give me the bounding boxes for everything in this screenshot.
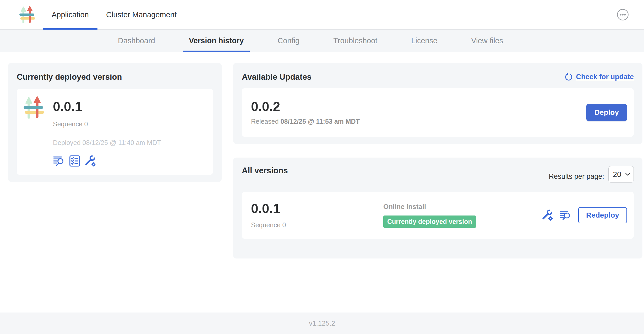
ellipsis-circle-icon: [617, 9, 629, 21]
version-row-actions: Redeploy: [542, 207, 627, 223]
refresh-icon: [565, 73, 573, 81]
logs-search-icon[interactable]: [53, 155, 65, 167]
deployed-sequence: Sequence 0: [53, 120, 161, 128]
all-versions-header: All versions Results per page: 20: [242, 166, 634, 183]
subnav-item-version-history[interactable]: Version history: [183, 30, 250, 52]
subnav-item-troubleshoot[interactable]: Troubleshoot: [327, 30, 383, 52]
released-date: 08/12/25 @ 11:53 am MDT: [281, 118, 360, 125]
version-row-status: Online Install Currently deployed versio…: [383, 203, 542, 228]
app-logo-icon: [19, 6, 37, 24]
results-per-page: Results per page: 20: [549, 166, 634, 183]
currently-deployed-card: Currently deployed version 0.0.1 Sequenc…: [8, 63, 222, 182]
all-versions-card: All versions Results per page: 20 0.0.: [233, 158, 642, 258]
app-subnav: Dashboard Version history Config Trouble…: [0, 30, 644, 52]
left-column: Currently deployed version 0.0.1 Sequenc…: [8, 63, 222, 182]
available-updates-card: Available Updates Check for update 0.0.2…: [233, 63, 642, 144]
version-row-info: 0.0.1 Sequence 0: [251, 202, 383, 229]
available-updates-title: Available Updates: [242, 72, 312, 82]
subnav-item-license[interactable]: License: [405, 30, 443, 52]
deployed-timestamp: Deployed 08/12/25 @ 11:40 am MDT: [53, 139, 161, 147]
check-for-update-label: Check for update: [576, 73, 634, 81]
update-version-number: 0.0.2: [251, 100, 360, 114]
chevron-down-icon: [625, 173, 630, 176]
app-logo-icon: [23, 96, 46, 119]
console-version: v1.125.2: [309, 319, 335, 327]
admin-console: Application Cluster Management Dashboard…: [0, 0, 644, 334]
deployed-version-panel: 0.0.1 Sequence 0 Deployed 08/12/25 @ 11:…: [17, 89, 213, 175]
available-updates-header: Available Updates Check for update: [242, 72, 634, 82]
deployed-version-info: 0.0.1 Sequence 0 Deployed 08/12/25 @ 11:…: [53, 96, 161, 167]
tab-application[interactable]: Application: [43, 0, 97, 29]
version-row: 0.0.1 Sequence 0 Online Install Currentl…: [242, 192, 634, 239]
update-released-line: Released 08/12/25 @ 11:53 am MDT: [251, 118, 360, 125]
version-history-page: Currently deployed version 0.0.1 Sequenc…: [0, 52, 644, 313]
results-per-page-select[interactable]: 20: [608, 166, 634, 183]
preflight-checklist-icon[interactable]: [69, 155, 81, 167]
install-type-label: Online Install: [383, 203, 542, 211]
all-versions-title: All versions: [242, 166, 288, 175]
right-column: Available Updates Check for update 0.0.2…: [233, 63, 642, 258]
currently-deployed-badge: Currently deployed version: [383, 216, 476, 228]
deployed-version-number: 0.0.1: [53, 100, 161, 114]
row-version-number: 0.0.1: [251, 202, 383, 216]
deployed-actions: [53, 155, 161, 167]
check-for-update-link[interactable]: Check for update: [565, 73, 634, 81]
config-wrench-gear-icon[interactable]: [542, 209, 554, 221]
update-info: 0.0.2 Released 08/12/25 @ 11:53 am MDT: [251, 100, 360, 125]
app-tabs: Application Cluster Management: [43, 0, 185, 29]
subnav-item-view-files[interactable]: View files: [465, 30, 509, 52]
results-per-page-value: 20: [613, 170, 621, 179]
currently-deployed-title: Currently deployed version: [17, 72, 213, 82]
redeploy-button[interactable]: Redeploy: [578, 207, 627, 223]
update-row: 0.0.2 Released 08/12/25 @ 11:53 am MDT D…: [242, 88, 634, 137]
console-footer: v1.125.2: [0, 313, 644, 334]
top-navbar: Application Cluster Management: [0, 0, 644, 30]
subnav-item-config[interactable]: Config: [271, 30, 305, 52]
results-per-page-label: Results per page:: [549, 173, 604, 181]
row-sequence: Sequence 0: [251, 221, 383, 229]
subnav-item-dashboard[interactable]: Dashboard: [112, 30, 161, 52]
released-prefix: Released: [251, 118, 279, 125]
logs-search-icon[interactable]: [559, 209, 571, 221]
config-wrench-gear-icon[interactable]: [84, 155, 96, 167]
deploy-button[interactable]: Deploy: [586, 104, 627, 121]
tab-cluster-management[interactable]: Cluster Management: [97, 0, 185, 29]
app-logo: [19, 0, 37, 29]
more-options-button[interactable]: [617, 9, 629, 21]
